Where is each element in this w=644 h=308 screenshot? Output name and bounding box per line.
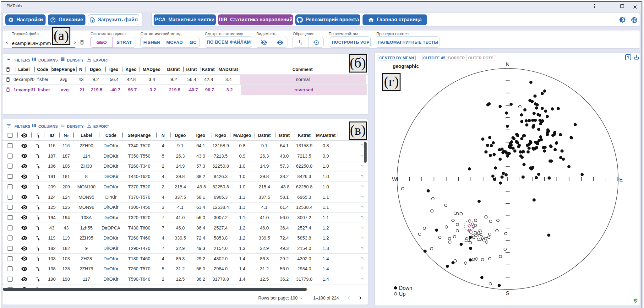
svg-text:N: N <box>506 62 510 68</box>
svg-text:Down: Down <box>399 285 412 291</box>
svg-text:Up: Up <box>399 291 406 297</box>
svg-text:W: W <box>392 176 397 182</box>
svg-text:S: S <box>506 290 509 296</box>
svg-text:E: E <box>619 177 623 183</box>
